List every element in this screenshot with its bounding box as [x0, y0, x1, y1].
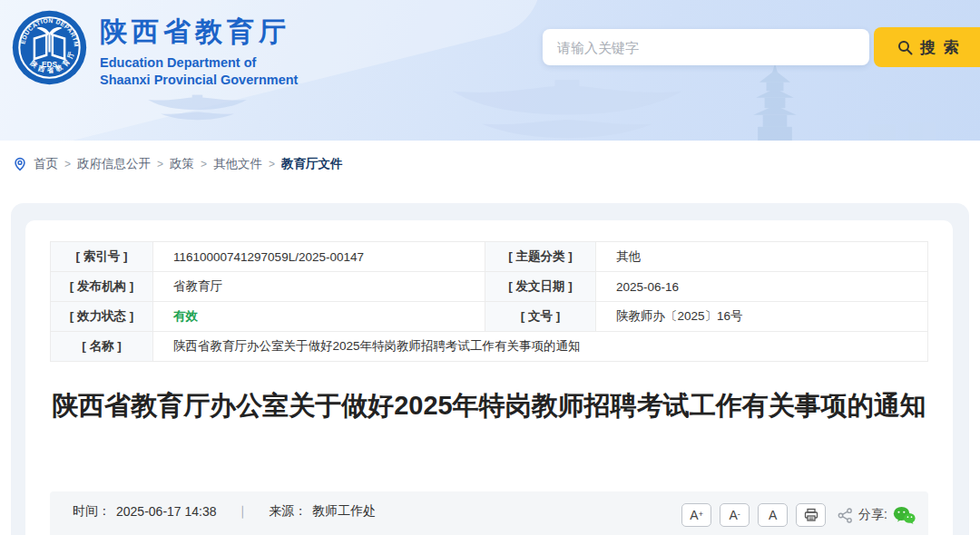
- breadcrumb-gov-info[interactable]: 政府信息公开: [77, 156, 151, 172]
- table-row: [ 效力状态 ] 有效 [ 文号 ] 陕教师办〔2025〕16号: [51, 302, 928, 332]
- search-button-label: 搜 索: [920, 37, 961, 58]
- article-meta: 时间： 2025-06-17 14:38 ｜ 来源： 教师工作处: [73, 503, 376, 520]
- logo-abbr: EDS: [42, 60, 58, 69]
- meta-divider: ｜: [237, 503, 250, 520]
- table-row: [ 名称 ] 陕西省教育厅办公室关于做好2025年特岗教师招聘考试工作有关事项的…: [51, 332, 928, 362]
- publish-time: 2025-06-17 14:38: [116, 504, 217, 519]
- print-button[interactable]: [796, 503, 826, 527]
- font-increase-button[interactable]: A+: [681, 503, 711, 527]
- search-icon: [897, 40, 913, 55]
- topic-category-value: 其他: [596, 242, 928, 272]
- font-decrease-button[interactable]: A-: [720, 503, 750, 527]
- time-label: 时间：: [73, 503, 111, 520]
- doc-number-label: [ 文号 ]: [485, 302, 596, 332]
- doc-number-value: 陕教师办〔2025〕16号: [596, 302, 928, 332]
- page: EDUCATION DEPARTMENT OF SHAANXI 陕西省教育厅 E…: [0, 0, 980, 535]
- org-name-en: Education Department of Shaanxi Provinci…: [100, 54, 298, 89]
- doc-name-value: 陕西省教育厅办公室关于做好2025年特岗教师招聘考试工作有关事项的通知: [153, 332, 928, 362]
- breadcrumb: 首页 > 政府信息公开 > 政策 > 其他文件 > 教育厅文件: [13, 156, 343, 172]
- font-increase-sup: +: [699, 510, 703, 519]
- font-increase-label: A: [690, 508, 698, 522]
- wechat-share-icon[interactable]: [893, 506, 916, 525]
- breadcrumb-policy[interactable]: 政策: [170, 156, 194, 172]
- publisher-label: [ 发布机构 ]: [51, 272, 153, 302]
- index-number-label: [ 索引号 ]: [51, 242, 153, 272]
- eds-logo[interactable]: EDUCATION DEPARTMENT OF SHAANXI 陕西省教育厅 E…: [12, 10, 87, 85]
- publish-date-label: [ 发文日期 ]: [485, 272, 596, 302]
- font-reset-button[interactable]: A: [758, 503, 788, 527]
- breadcrumb-separator: >: [201, 158, 207, 170]
- location-pin-icon: [13, 157, 27, 171]
- page-title: 陕西省教育厅办公室关于做好2025年特岗教师招聘考试工作有关事项的通知: [50, 384, 928, 426]
- share-group: 分享:: [838, 506, 916, 525]
- validity-status-label: [ 效力状态 ]: [51, 302, 153, 332]
- search-input[interactable]: [543, 29, 869, 65]
- search-button[interactable]: 搜 索: [874, 27, 980, 67]
- breadcrumb-separator: >: [269, 158, 275, 170]
- breadcrumb-separator: >: [157, 158, 163, 170]
- palace-roof-watermark-center: [445, 80, 690, 141]
- site-brand[interactable]: 陕西省教育厅 Education Department of Shaanxi P…: [100, 14, 298, 89]
- breadcrumb-home[interactable]: 首页: [34, 156, 58, 172]
- article-meta-bar: 时间： 2025-06-17 14:38 ｜ 来源： 教师工作处 A+ A- A: [50, 491, 928, 535]
- bell-tower-watermark: [749, 63, 801, 141]
- table-row: [ 发布机构 ] 省教育厅 [ 发文日期 ] 2025-06-16: [51, 272, 928, 302]
- share-icon: [838, 508, 853, 523]
- font-reset-label: A: [769, 508, 777, 522]
- index-number-value: 11610000741297059L/2025-00147: [153, 242, 485, 272]
- doc-name-label: [ 名称 ]: [51, 332, 153, 362]
- doc-info-table: [ 索引号 ] 11610000741297059L/2025-00147 [ …: [50, 241, 928, 362]
- source-label: 来源：: [269, 503, 307, 520]
- site-header: EDUCATION DEPARTMENT OF SHAANXI 陕西省教育厅 E…: [0, 0, 980, 141]
- table-row: [ 索引号 ] 11610000741297059L/2025-00147 [ …: [51, 242, 928, 272]
- validity-status-value: 有效: [153, 302, 485, 332]
- buildings-watermark: [867, 121, 939, 141]
- org-name-zh: 陕西省教育厅: [100, 14, 298, 51]
- breadcrumb-other-docs[interactable]: 其他文件: [213, 156, 262, 172]
- font-decrease-label: A: [729, 508, 737, 522]
- font-decrease-sup: -: [738, 510, 740, 519]
- source-value: 教师工作处: [312, 503, 376, 520]
- printer-icon: [804, 508, 818, 522]
- publisher-value: 省教育厅: [153, 272, 485, 302]
- article-toolbar: A+ A- A: [681, 503, 916, 527]
- publish-date-value: 2025-06-16: [596, 272, 928, 302]
- breadcrumb-separator: >: [64, 158, 71, 170]
- breadcrumb-current: 教育厅文件: [281, 156, 343, 172]
- share-label: 分享:: [858, 507, 887, 523]
- topic-category-label: [ 主题分类 ]: [485, 242, 596, 272]
